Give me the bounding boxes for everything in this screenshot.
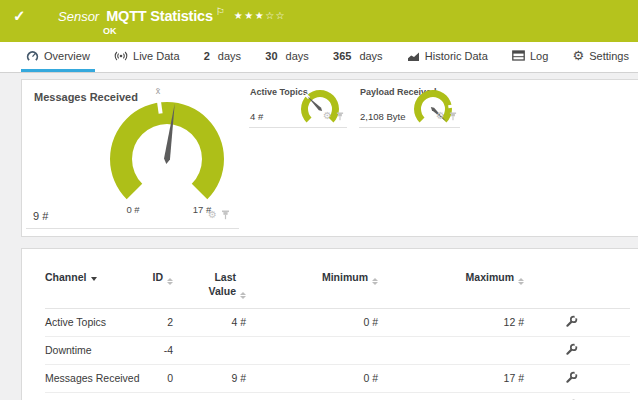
table-row: Messages Received09 #0 #17 # — [45, 364, 630, 392]
status-check-icon: ✓ — [13, 7, 26, 25]
column-header-minimum[interactable]: Minimum — [246, 269, 378, 308]
tab-log[interactable]: Log — [507, 42, 553, 72]
sort-icon — [240, 292, 246, 299]
column-header-last-value[interactable]: Last Value — [173, 269, 246, 308]
status-badge: OK — [103, 26, 117, 36]
last-value-cell: 2,108 Byte — [173, 392, 246, 400]
tab-30-days[interactable]: 30days — [260, 42, 314, 72]
channel-table-panel: Channel ID Last Value Minimum Maximum — [21, 248, 638, 400]
channel-id-cell: 2 — [141, 308, 173, 336]
gauge-current-value: 4 # — [250, 111, 263, 122]
channel-table: Channel ID Last Value Minimum Maximum — [45, 269, 630, 400]
tab-365-days[interactable]: 365days — [328, 42, 388, 72]
gauge-current-value: 9 # — [33, 210, 48, 222]
table-row: Active Topics24 #0 #12 # — [45, 308, 630, 336]
channel-id-cell: 1 — [141, 392, 173, 400]
log-icon — [512, 50, 525, 61]
channel-name-cell: Active Topics — [45, 308, 141, 336]
page-title: MQTT Statistics — [106, 8, 213, 24]
channel-settings-wrench-icon[interactable] — [565, 318, 578, 330]
channel-name-cell: Messages Received — [45, 364, 141, 392]
tab-settings[interactable]: ⚙ Settings — [568, 42, 634, 72]
last-value-cell: 9 # — [173, 364, 246, 392]
priority-flag-icon: ⚐ — [216, 6, 225, 17]
minimum-cell: 0 # — [246, 364, 378, 392]
sort-icon — [167, 278, 173, 285]
last-value-cell: 4 # — [173, 308, 246, 336]
tab-historic-data[interactable]: Historic Data — [402, 42, 493, 72]
pin-icon[interactable] — [221, 206, 230, 224]
minimum-cell: 0 Byte — [246, 392, 378, 400]
maximum-cell: 12 # — [378, 308, 524, 336]
tab-2-days[interactable]: 2days — [199, 42, 246, 72]
channel-actions-cell — [524, 308, 630, 336]
small-gauge-block: Active Topics 4 # ⚙ — [249, 85, 347, 128]
channel-actions-cell — [524, 364, 630, 392]
minimum-cell — [246, 336, 378, 364]
gauge-icon — [26, 50, 39, 62]
primary-gauge-block: Messages Received 0 #17 #x̄ 9 # ⚙ — [26, 85, 239, 229]
historic-data-icon — [407, 50, 420, 62]
tab-live-data[interactable]: Live Data — [109, 42, 184, 72]
channel-name-cell: Payload Received — [45, 392, 141, 400]
minimum-cell: 0 # — [246, 308, 378, 336]
column-header-maximum[interactable]: Maximum — [378, 269, 524, 308]
channel-settings-wrench-icon[interactable] — [565, 374, 578, 386]
svg-text:0 #: 0 # — [126, 204, 140, 215]
column-header-actions — [524, 269, 630, 308]
priority-star-rating[interactable]: ★★★☆☆ — [234, 10, 286, 21]
gauge-settings-icon[interactable]: ⚙ — [208, 210, 217, 220]
maximum-cell: 17 # — [378, 364, 524, 392]
settings-gear-icon: ⚙ — [573, 49, 585, 62]
live-data-icon — [114, 50, 128, 62]
gauge-current-value: 2,108 Byte — [360, 111, 405, 122]
maximum-cell: 2,120 Byte — [378, 392, 524, 400]
channel-actions-cell — [524, 392, 630, 400]
channel-id-cell: -4 — [141, 336, 173, 364]
table-row: Downtime-4 — [45, 336, 630, 364]
channel-name-cell: Downtime — [45, 336, 141, 364]
gauge-settings-icon[interactable]: ⚙ — [436, 111, 445, 121]
object-kind-label: Sensor — [58, 9, 99, 24]
pin-icon[interactable] — [449, 107, 457, 125]
small-gauge-block: Payload Received 2,108 Byte ⚙ — [359, 85, 460, 128]
sort-desc-icon — [91, 277, 97, 281]
sort-icon — [372, 278, 378, 285]
pin-icon[interactable] — [336, 107, 344, 125]
maximum-cell — [378, 336, 524, 364]
messages-received-gauge[interactable]: 0 #17 #x̄ — [87, 83, 247, 221]
last-value-cell — [173, 336, 246, 364]
column-header-channel[interactable]: Channel — [45, 269, 141, 308]
column-header-id[interactable]: ID — [141, 269, 173, 308]
channel-id-cell: 0 — [141, 364, 173, 392]
channel-actions-cell — [524, 336, 630, 364]
tab-bar: Overview Live Data 2days 30days 365days … — [0, 42, 638, 73]
gauges-panel: Messages Received 0 #17 #x̄ 9 # ⚙ Active… — [21, 79, 638, 237]
channel-settings-wrench-icon[interactable] — [565, 346, 578, 358]
sort-icon — [518, 278, 524, 285]
svg-text:x̄: x̄ — [156, 86, 161, 96]
tab-overview[interactable]: Overview — [21, 42, 95, 72]
table-row: Payload Received12,108 Byte0 Byte2,120 B… — [45, 392, 630, 400]
sensor-header: ✓ SensorMQTT Statistics⚐★★★☆☆ OK — [0, 0, 638, 42]
gauge-settings-icon[interactable]: ⚙ — [323, 111, 332, 121]
